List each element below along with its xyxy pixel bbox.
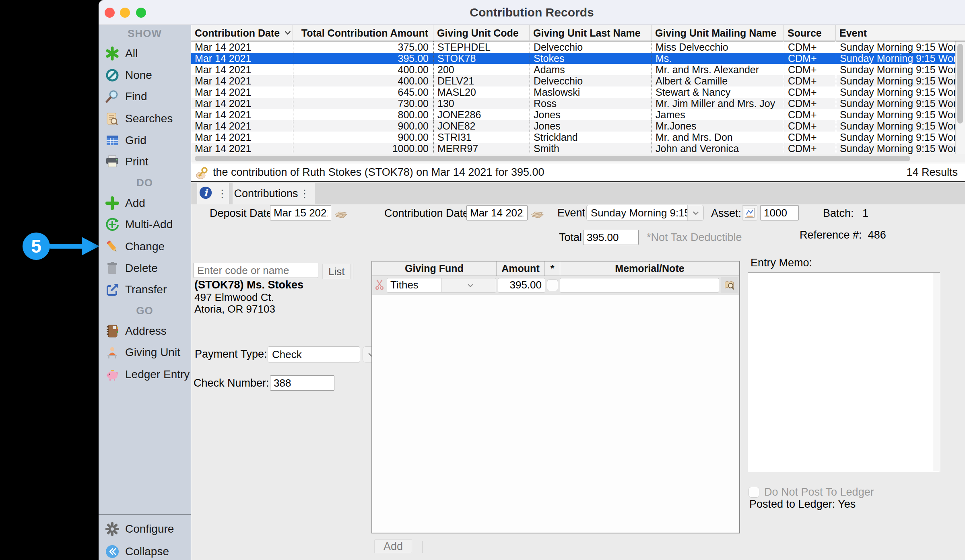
column-header-source[interactable]: Source (784, 25, 836, 41)
memo-scrollbar-track[interactable] (933, 273, 939, 471)
memorial-note-input[interactable] (560, 278, 719, 292)
overflow-dots-icon[interactable]: ⋮ (299, 188, 310, 199)
column-header-mailing-name[interactable]: Giving Unit Mailing Name (652, 25, 784, 41)
contribution-date-label: Contribution Date: (384, 205, 472, 221)
check-number-input[interactable] (270, 375, 334, 391)
payment-type-dropdown[interactable]: Check (268, 346, 360, 362)
person-icon (105, 345, 120, 360)
fund-value: Tithes (387, 279, 441, 291)
sidebar-item-all[interactable]: All (99, 45, 191, 62)
collapse-chevrons-icon (105, 544, 120, 559)
sidebar-item-label: Delete (125, 260, 158, 276)
table-row[interactable]: Mar 14 2021 375.00 STEPHDEL Delvecchio M… (191, 41, 955, 53)
sidebar-item-find[interactable]: Find (99, 89, 191, 105)
reference-value: 486 (868, 229, 886, 241)
asset-picker-icon[interactable] (742, 205, 757, 220)
table-row[interactable]: Mar 14 2021 900.00 JONE82 Jones Mr.Jones… (191, 120, 955, 132)
results-table-header: Contribution Date Total Contribution Amo… (191, 25, 965, 41)
scissors-icon[interactable] (374, 279, 385, 292)
asset-input[interactable] (760, 205, 799, 220)
memorial-note-column-header: Memorial/Note (560, 261, 739, 276)
fund-dropdown[interactable]: Tithes (387, 278, 496, 292)
sidebar-item-transfer[interactable]: Transfer (99, 282, 191, 298)
sidebar-item-label: Change (125, 239, 165, 255)
sidebar-divider (99, 514, 191, 515)
table-row[interactable]: Mar 14 2021 1000.00 MERR97 Smith John an… (191, 143, 955, 154)
tax-deductible-checkbox[interactable] (547, 279, 558, 291)
reference-label: Reference #: 486 (800, 227, 886, 243)
sidebar-item-change[interactable]: Change (99, 239, 191, 255)
sidebar-item-none[interactable]: None (99, 67, 191, 83)
overflow-dots-icon[interactable]: ⋮ (217, 188, 228, 199)
divider (353, 264, 353, 280)
selection-summary: the contribution of Ruth Stokes (STOK78)… (213, 163, 544, 181)
column-header-contribution-date[interactable]: Contribution Date (191, 25, 293, 41)
results-count: 14 Results (906, 163, 958, 181)
asterisk-icon (105, 46, 120, 61)
table-row[interactable]: Mar 14 2021 730.00 130 Ross Mr. Jim Mill… (191, 98, 955, 109)
vertical-scrollbar-thumb[interactable] (957, 44, 963, 124)
sidebar-item-ledger-entry[interactable]: Ledger Entry (99, 366, 191, 383)
sidebar-item-label: Collapse (125, 544, 169, 560)
tab-bar: i ⋮ Contributions ⋮ (191, 183, 965, 204)
table-row[interactable]: Mar 14 2021 800.00 JONE286 Jones James C… (191, 109, 955, 120)
contribution-date-calendar-icon[interactable] (530, 206, 545, 221)
tab-contributions[interactable]: Contributions ⋮ (233, 183, 315, 204)
event-label: Event: (557, 205, 588, 221)
table-row[interactable]: Mar 14 2021 395.00 STOK78 Stokes Ms. CDM… (191, 53, 955, 64)
sidebar-item-multi-add[interactable]: Multi-Add (99, 216, 191, 233)
entry-memo-textarea[interactable] (748, 272, 940, 472)
column-header-total-amount[interactable]: Total Contribution Amount (293, 25, 433, 41)
event-value: Sunday Morning 9:15 W (587, 207, 687, 219)
status-bar: the contribution of Ruth Stokes (STOK78)… (191, 163, 965, 182)
sidebar-item-address[interactable]: Address (99, 323, 191, 339)
sidebar-item-print[interactable]: Print (99, 154, 191, 170)
sidebar-item-grid[interactable]: Grid (99, 132, 191, 148)
column-header-last-name[interactable]: Giving Unit Last Name (530, 25, 652, 41)
sidebar-item-delete[interactable]: Delete (99, 260, 191, 276)
chevron-down-icon[interactable] (687, 205, 703, 220)
sidebar-item-searches[interactable]: Searches (99, 111, 191, 127)
pencil-icon (105, 239, 120, 254)
fund-amount-input[interactable] (498, 278, 545, 292)
check-number-label: Check Number: (194, 375, 269, 391)
vertical-scrollbar[interactable] (955, 41, 965, 154)
fund-column-header: Giving Fund (372, 261, 497, 276)
multi-add-icon (105, 217, 120, 232)
magnifier-icon (105, 89, 120, 104)
chevron-down-icon[interactable] (441, 278, 496, 292)
table-row[interactable]: Mar 14 2021 400.00 DELV21 Delvecchio Alb… (191, 75, 955, 86)
column-header-giving-unit-code[interactable]: Giving Unit Code (433, 25, 530, 41)
memorial-search-icon[interactable] (721, 277, 738, 293)
deposit-date-label: Deposit Date: (210, 205, 276, 221)
horizontal-scrollbar-thumb[interactable] (195, 156, 910, 161)
sidebar-item-configure[interactable]: Configure (99, 521, 191, 537)
sidebar-item-add[interactable]: Add (99, 195, 191, 211)
giver-code-input[interactable] (194, 263, 318, 278)
deposit-date-calendar-icon[interactable] (334, 206, 349, 221)
table-row[interactable]: Mar 14 2021 400.00 200 Adams Mr. and Mrs… (191, 64, 955, 75)
giver-address-line2: Atoria, OR 97103 (194, 301, 275, 317)
column-header-event[interactable]: Event (836, 25, 955, 41)
sidebar-item-label: Print (125, 154, 148, 170)
sidebar-item-label: Ledger Entry (125, 366, 190, 383)
contribution-date-input[interactable] (466, 205, 528, 220)
horizontal-scrollbar[interactable] (191, 154, 965, 163)
deposit-date-input[interactable] (270, 205, 331, 220)
key-in-hand-icon (195, 166, 209, 180)
table-row[interactable]: Mar 14 2021 900.00 STRI31 Strickland Mr.… (191, 132, 955, 143)
total-input[interactable] (583, 230, 639, 245)
info-button[interactable]: i ⋮ (197, 183, 229, 204)
table-row[interactable]: Mar 14 2021 645.00 MASL20 Maslowski Stew… (191, 86, 955, 98)
sidebar-item-label: None (125, 67, 152, 83)
sidebar-section-show: SHOW (99, 27, 191, 39)
event-dropdown[interactable]: Sunday Morning 9:15 W (586, 205, 704, 221)
sidebar-item-label: Giving Unit (125, 344, 180, 360)
list-button[interactable]: List (322, 264, 351, 279)
amount-column-header: Amount (497, 261, 545, 276)
add-fund-button[interactable]: Add (374, 539, 412, 553)
contribution-detail-panel: Deposit Date: Contribution Date: Event: … (191, 204, 965, 560)
sidebar-item-collapse[interactable]: Collapse (99, 544, 191, 560)
sidebar-item-giving-unit[interactable]: Giving Unit (99, 344, 191, 360)
tab-label: Contributions (233, 187, 299, 200)
